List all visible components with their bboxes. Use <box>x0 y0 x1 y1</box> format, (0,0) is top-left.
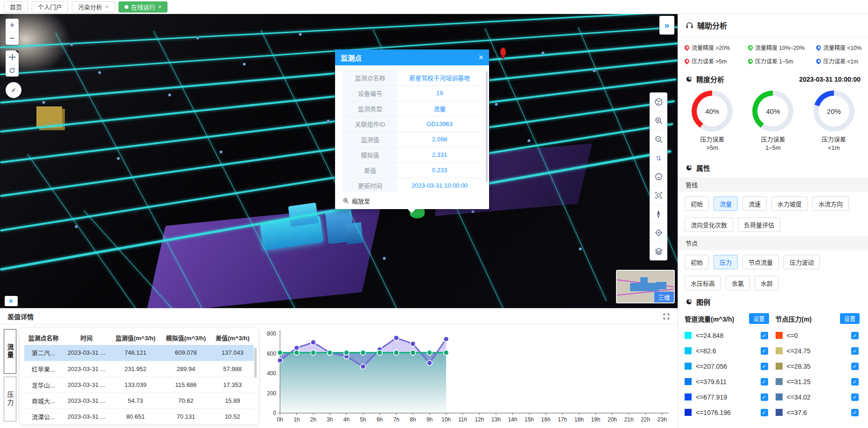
panel-collapse-button[interactable]: » <box>5 296 18 306</box>
column-header[interactable]: 模拟值(m^3/h) <box>161 330 211 345</box>
table-row[interactable]: 商城大... 2023-03-31 ... 54.73 70.62 15.89 <box>24 393 254 408</box>
checkbox-checked[interactable] <box>761 409 768 416</box>
button-initial[interactable]: 初始 <box>685 196 709 211</box>
svg-text:16h: 16h <box>541 416 551 423</box>
scrollbar-thumb[interactable] <box>254 348 257 378</box>
locate-button[interactable] <box>650 223 667 242</box>
table-row[interactable]: 红苹果... 2023-03-31 ... 231.952 289.94 57.… <box>24 361 254 377</box>
checkbox-checked[interactable] <box>761 347 768 355</box>
north-arrow-button[interactable] <box>650 204 667 223</box>
globe-button[interactable] <box>650 92 667 111</box>
popup-row: 监测点名称 新星驾校干河培训基地 <box>343 70 482 85</box>
popup-row: 监测类型 流量 <box>343 101 482 116</box>
column-header[interactable]: 时间 <box>63 330 110 345</box>
swap-view-button[interactable] <box>650 148 667 167</box>
layers-button[interactable] <box>650 242 667 260</box>
compass-button[interactable] <box>6 82 21 98</box>
swap-arrows-icon <box>654 154 663 162</box>
table-row[interactable]: 龙华山... 2023-03-31 ... 133.039 115.686 17… <box>24 377 254 393</box>
focus-frame-button[interactable] <box>650 186 667 204</box>
rotate-button[interactable] <box>6 63 19 77</box>
button-load-evaluation[interactable]: 负荷量评估 <box>738 218 780 232</box>
button-flow-direction[interactable]: 水流方向 <box>812 196 849 211</box>
minimap-3d-badge[interactable]: 三维 <box>654 292 674 302</box>
table-row[interactable]: 第二汽... 2023-03-31 ... 746.121 609.078 13… <box>24 345 254 361</box>
field-value: 19 <box>398 85 482 101</box>
settings-button[interactable]: 设置 <box>840 313 860 324</box>
legend-row: <=34.02 <box>776 389 864 405</box>
checkbox-checked[interactable] <box>851 393 859 401</box>
tab-pollution-analysis[interactable]: 污染分析 × <box>72 1 115 13</box>
sidebar-collapse-button[interactable]: » <box>659 16 674 35</box>
column-header[interactable]: 监测值(m^3/h) <box>110 330 161 345</box>
panel-header: 差值详情 <box>0 309 678 324</box>
pipe-node-dot <box>471 210 475 213</box>
zoom-out-icon <box>654 135 663 144</box>
column-header[interactable]: 差值(m^3/h) <box>211 330 254 345</box>
checkbox-checked[interactable] <box>761 332 768 339</box>
map-3d-view[interactable]: 监测点 × 监测点名称 新星驾校干河培训基地 设备编号 19 <box>0 14 678 308</box>
checkbox-checked[interactable] <box>761 363 768 370</box>
scrollbar-thumb[interactable] <box>486 71 488 182</box>
tab-online-running[interactable]: 在线运行 × <box>119 1 168 13</box>
checkbox-checked[interactable] <box>761 393 768 401</box>
gauge-label: 压力误差1~5m <box>761 135 785 152</box>
gauge-value: 40% <box>692 91 733 132</box>
button-direction-changes[interactable]: 流向变化次数 <box>685 218 733 232</box>
button-pressure-fluctuation[interactable]: 压力波动 <box>784 255 820 269</box>
checkbox-checked[interactable] <box>851 347 859 355</box>
button-pressure-elevation[interactable]: 水压标高 <box>685 276 721 290</box>
close-icon[interactable]: × <box>158 4 162 10</box>
checkbox-checked[interactable] <box>851 332 859 339</box>
legend-item: 流量精度 10%~20% <box>748 43 816 51</box>
svg-text:1h: 1h <box>294 416 300 423</box>
close-icon[interactable]: × <box>105 4 109 10</box>
monitoring-point-link[interactable]: 新星驾校干河培训基地 <box>409 75 470 82</box>
map-zoom-in-button[interactable]: + <box>6 19 19 32</box>
pan-rotate-group <box>6 50 19 77</box>
svg-text:21h: 21h <box>624 416 634 423</box>
svg-text:0: 0 <box>273 410 276 416</box>
zoom-to-label: 缩放至 <box>352 196 370 205</box>
svg-text:23h: 23h <box>658 416 667 423</box>
difference-chart: 02004006008000h1h2h3h4h5h6h7h8h9h10h11h1… <box>261 326 675 428</box>
legend-label: 流量精度 <10% <box>823 43 861 51</box>
checkbox-checked[interactable] <box>851 409 859 416</box>
tab-pressure[interactable]: 压力 <box>4 377 16 421</box>
fullscreen-icon[interactable] <box>663 313 670 320</box>
tab-portal[interactable]: 个人门户 <box>32 1 68 13</box>
column-header[interactable]: 监测点名称 <box>24 330 63 345</box>
zoom-in-tool-button[interactable] <box>650 111 667 130</box>
tab-label: 污染分析 <box>78 2 102 11</box>
tab-home[interactable]: 首页 <box>4 1 28 13</box>
tab-flow[interactable]: 流量 <box>4 329 16 374</box>
button-flow[interactable]: 流量 <box>714 196 738 211</box>
orbit-button[interactable] <box>650 167 667 186</box>
button-pressure[interactable]: 压力 <box>714 255 738 269</box>
alert-marker-red[interactable] <box>500 48 506 56</box>
settings-button[interactable]: 设置 <box>749 313 769 324</box>
button-node-flow[interactable]: 节点流量 <box>742 255 779 269</box>
minimap[interactable]: 三维 <box>616 270 675 303</box>
pipe-node-dot <box>70 43 73 46</box>
button-velocity[interactable]: 流速 <box>742 196 767 211</box>
zoom-out-tool-button[interactable] <box>650 130 667 148</box>
button-initial[interactable]: 初始 <box>685 255 709 269</box>
close-icon[interactable]: × <box>478 53 483 63</box>
legend-row: <=82.6 <box>685 343 773 358</box>
pan-button[interactable] <box>6 50 19 63</box>
checkbox-checked[interactable] <box>851 378 859 386</box>
field-value: 2.331 <box>398 147 482 162</box>
sidebar-title: 辅助分析 <box>697 20 727 31</box>
checkbox-checked[interactable] <box>761 378 768 386</box>
button-residual-chlorine[interactable]: 余氯 <box>726 276 750 290</box>
cell-diff: 10.52 <box>211 408 254 424</box>
button-water-age[interactable]: 水龄 <box>755 276 779 290</box>
checkbox-checked[interactable] <box>851 363 859 370</box>
map-zoom-out-button[interactable]: − <box>6 32 19 45</box>
legend-item: 流量精度 >20% <box>685 43 748 51</box>
button-hydraulic-slope[interactable]: 水力坡度 <box>771 196 808 211</box>
table-row[interactable]: 流潭公... 2023-03-31 ... 80.651 70.131 10.5… <box>24 408 254 424</box>
legend-row: <=379.611 <box>685 374 773 389</box>
pipe-node-dot <box>383 257 386 260</box>
